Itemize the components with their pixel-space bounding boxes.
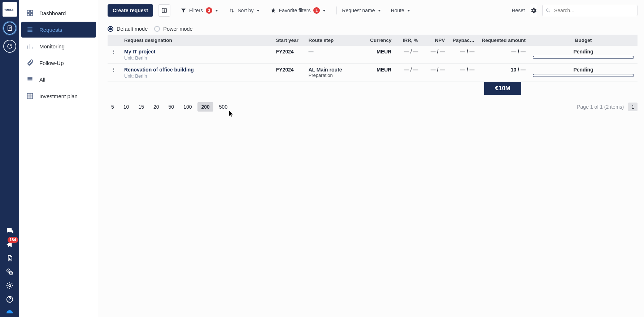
sidebar-item-label: Monitoring: [39, 43, 65, 49]
col-budget[interactable]: Budget: [529, 35, 638, 46]
filters-label: Filters: [189, 8, 203, 13]
col-npv[interactable]: NPV: [422, 35, 448, 46]
reset-button[interactable]: Reset: [512, 8, 525, 13]
sidebar-item-dashboard[interactable]: Dashboard: [21, 5, 96, 21]
cell-route-main: AL Main route: [308, 67, 359, 73]
favorite-filters-label: Favorite filters: [279, 8, 311, 13]
sidebar-item-all[interactable]: All: [21, 71, 96, 87]
chevron-down-icon: [407, 10, 410, 12]
table-row[interactable]: ⋮Renovation of office buildingUnit: Berl…: [108, 64, 638, 82]
svg-rect-10: [31, 10, 33, 13]
create-request-button[interactable]: Create request: [108, 4, 153, 17]
totals-row: €10M: [108, 82, 638, 95]
filters-chip[interactable]: Filters 3: [180, 7, 218, 14]
main-content: Create request Filters 3 Sort by Favorit…: [98, 0, 644, 317]
route-label: Route: [391, 8, 404, 13]
page-size-option[interactable]: 100: [180, 102, 195, 112]
page-size-option[interactable]: 10: [120, 102, 133, 112]
budget-progress: [533, 56, 634, 59]
request-title-link[interactable]: My IT project: [124, 49, 269, 55]
page-size-option[interactable]: 15: [135, 102, 148, 112]
request-name-chip[interactable]: Request name: [342, 8, 380, 13]
row-menu-button[interactable]: ⋮: [111, 49, 116, 55]
rail-module-capex[interactable]: [3, 22, 16, 35]
svg-rect-12: [31, 14, 33, 16]
gear-icon: [530, 7, 537, 14]
rail-chat[interactable]: [6, 227, 14, 235]
currency-swap-icon: €$: [6, 268, 14, 276]
request-unit: Unit: Berlin: [124, 73, 269, 79]
rail-avatar[interactable]: [6, 309, 14, 313]
page-info: Page 1 of 1 (2 items): [577, 104, 624, 110]
sidebar: Dashboard Requests Monitoring Follow-Up …: [19, 0, 98, 317]
chevron-down-icon: [323, 10, 326, 12]
rail-notifications[interactable]: 184: [6, 240, 14, 248]
cell-status: Pending: [533, 49, 634, 55]
row-menu-button[interactable]: ⋮: [111, 67, 116, 73]
cell-start-year: FY2024: [272, 64, 305, 82]
chevron-down-icon: [257, 10, 260, 12]
filters-count-badge: 3: [206, 7, 212, 14]
total-requested: €10M: [484, 82, 521, 95]
table-row[interactable]: ⋮My IT projectUnit: BerlinFY2024—MEUR— /…: [108, 46, 638, 64]
col-start-year[interactable]: Start year: [272, 35, 305, 46]
page-size-option[interactable]: 500: [216, 102, 231, 112]
cell-irr: — / —: [395, 46, 422, 64]
col-payback[interactable]: Paybac…: [448, 35, 478, 46]
search-wrapper: [542, 5, 638, 16]
request-title-link[interactable]: Renovation of office building: [124, 67, 269, 73]
col-designation[interactable]: Request designation: [121, 35, 272, 46]
sidebar-item-monitoring[interactable]: Monitoring: [21, 38, 96, 54]
page-size-option[interactable]: 50: [165, 102, 178, 112]
radio-default-mode[interactable]: Default mode: [108, 26, 148, 32]
sidebar-item-label: Follow-Up: [39, 60, 64, 66]
col-requested[interactable]: Requested amount: [478, 35, 529, 46]
cell-route-main: —: [308, 49, 359, 55]
sidebar-item-followup[interactable]: Follow-Up: [21, 55, 96, 71]
sidebar-item-requests[interactable]: Requests: [21, 22, 96, 38]
list-all-icon: [26, 76, 34, 83]
cell-payback: — / —: [448, 46, 478, 64]
sort-chip[interactable]: Sort by: [229, 8, 259, 13]
svg-rect-11: [27, 14, 30, 16]
route-chip[interactable]: Route: [391, 8, 410, 13]
grid-chart-icon: [26, 92, 34, 100]
col-route-step[interactable]: Route step: [305, 35, 362, 46]
table-header: Request designation Start year Route ste…: [108, 35, 638, 46]
separator: [336, 6, 337, 14]
cell-status: Pending: [533, 67, 634, 73]
search-input[interactable]: [542, 5, 638, 16]
rail-documents[interactable]: [6, 254, 13, 262]
rail-help[interactable]: [6, 295, 14, 303]
col-currency[interactable]: Currency: [362, 35, 395, 46]
page-size-options: 510152050100200500: [108, 102, 231, 112]
dashboard-icon: [26, 9, 34, 17]
pagination: 510152050100200500 Page 1 of 1 (2 items)…: [108, 102, 638, 112]
cell-route-sub: Preparation: [308, 73, 359, 78]
cell-npv: — / —: [422, 64, 448, 82]
col-irr[interactable]: IRR, %: [395, 35, 422, 46]
page-size-option[interactable]: 200: [197, 102, 213, 112]
page-size-option[interactable]: 20: [150, 102, 163, 112]
page-size-option[interactable]: 5: [108, 102, 118, 112]
rail-module-analytics[interactable]: [3, 40, 16, 53]
settings-button[interactable]: [530, 4, 537, 17]
filter-icon: [180, 8, 186, 13]
star-icon: [270, 8, 276, 13]
sidebar-item-label: All: [39, 77, 45, 83]
cell-npv: — / —: [422, 46, 448, 64]
chat-icon: [6, 227, 14, 235]
chevron-down-icon: [378, 10, 381, 12]
sidebar-item-investment-plan[interactable]: Investment plan: [21, 88, 96, 104]
sort-icon: [229, 8, 235, 13]
import-button[interactable]: [158, 4, 170, 17]
rail-settings[interactable]: [6, 282, 14, 290]
import-icon: [161, 7, 167, 14]
notification-badge: 184: [8, 237, 18, 243]
favorite-filters-chip[interactable]: Favorite filters 1: [270, 7, 326, 14]
radio-power-mode[interactable]: Power mode: [154, 26, 192, 32]
rail-currency[interactable]: €$: [6, 268, 14, 276]
page-number-current[interactable]: 1: [628, 103, 638, 111]
requests-table: Request designation Start year Route ste…: [108, 35, 638, 82]
chevron-down-icon: [215, 10, 218, 12]
